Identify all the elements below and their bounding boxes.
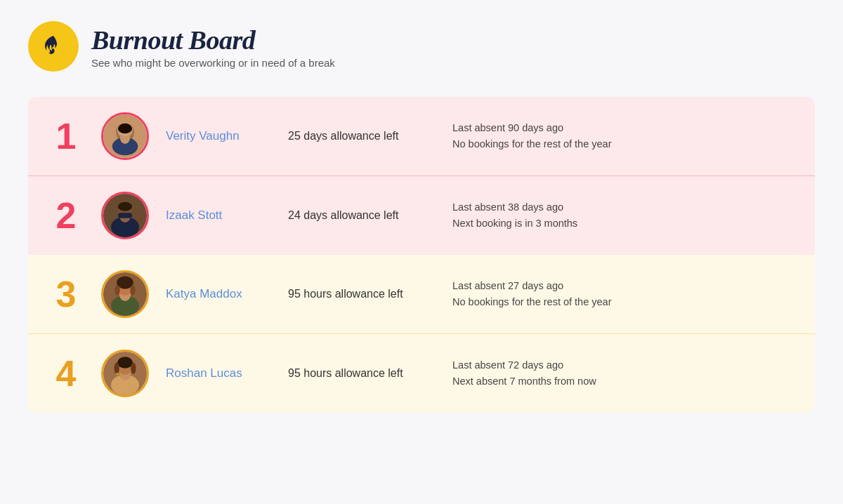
rank-2: 2 [48,194,84,237]
detail-line1-1: Last absent 90 days ago [452,120,795,136]
detail-line2-2: Next booking is in 3 months [452,215,795,232]
avatar-image-1 [103,114,147,158]
allowance-2: 24 days allowance left [288,209,436,222]
avatar [101,112,149,160]
detail-line1-4: Last absent 72 days ago [452,357,795,373]
detail-line2-3: No bookings for the rest of the year [452,294,795,310]
avatar [101,350,149,397]
table-row: 2 Izaak Stott 24 days allowance left Las… [28,176,815,255]
svg-point-12 [118,202,132,211]
svg-point-19 [115,285,119,296]
svg-point-25 [117,357,133,368]
rank-1: 1 [48,115,84,157]
svg-point-20 [130,285,135,296]
detail-line2-1: No bookings for the rest of the year [452,136,795,152]
detail-line1-3: Last absent 27 days ago [452,278,795,294]
person-name-1[interactable]: Verity Vaughn [166,129,271,143]
burnout-board: 1 Verity Vaughn 25 days allowance left L… [28,97,815,413]
flame-icon [40,33,67,60]
avatar-image-4 [103,352,147,395]
table-row: 3 Katya Maddox 95 hours allowance left L… [28,255,815,334]
rank-4: 4 [48,352,84,394]
details-2: Last absent 38 days ago Next booking is … [452,199,795,232]
rank-3: 3 [48,273,84,315]
details-3: Last absent 27 days ago No bookings for … [452,278,795,310]
page-subtitle: See who might be overworking or in need … [91,57,335,69]
table-row: 1 Verity Vaughn 25 days allowance left L… [28,97,815,176]
section-yellow: 3 Katya Maddox 95 hours allowance left L… [28,255,815,413]
page-header: Burnout Board See who might be overworki… [28,21,815,72]
details-1: Last absent 90 days ago No bookings for … [452,120,795,152]
svg-point-7 [118,124,132,134]
avatar [101,192,149,239]
logo-circle [28,21,79,72]
detail-line1-2: Last absent 38 days ago [452,199,795,215]
allowance-3: 95 hours allowance left [288,288,436,300]
avatar [101,270,149,318]
person-name-3[interactable]: Katya Maddox [166,287,271,301]
header-text: Burnout Board See who might be overworki… [91,25,335,69]
person-name-4[interactable]: Roshan Lucas [166,366,271,380]
svg-point-27 [131,363,136,374]
page-title: Burnout Board [91,25,335,55]
detail-line2-4: Next absent 7 months from now [452,373,795,390]
svg-point-28 [116,373,119,376]
details-4: Last absent 72 days ago Next absent 7 mo… [452,357,795,390]
person-name-2[interactable]: Izaak Stott [166,208,271,223]
allowance-4: 95 hours allowance left [288,367,436,380]
svg-point-26 [115,363,119,374]
avatar-image-3 [103,272,147,316]
avatar-image-2 [103,194,147,237]
section-pink: 1 Verity Vaughn 25 days allowance left L… [28,97,815,255]
table-row: 4 Roshan Lucas 95 hours allowance left [28,334,815,413]
allowance-1: 25 days allowance left [288,130,436,142]
svg-rect-13 [118,213,132,218]
